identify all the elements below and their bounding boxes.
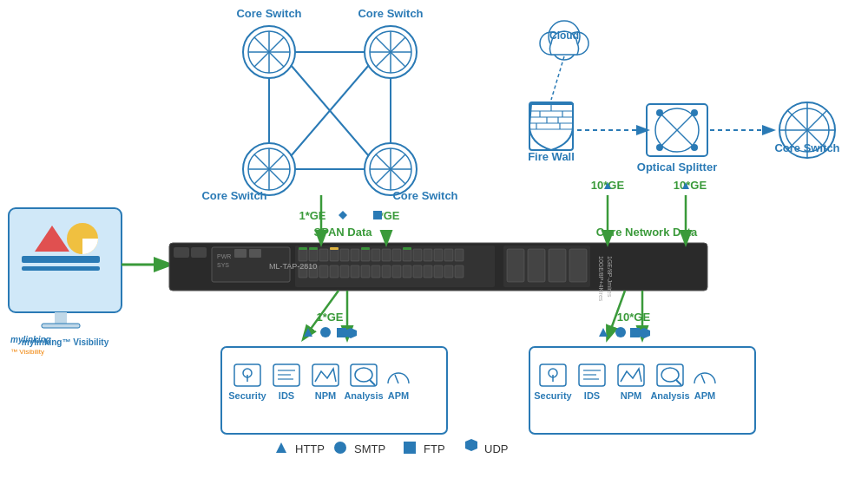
svg-rect-37 [319, 265, 328, 278]
svg-rect-23 [340, 249, 349, 261]
svg-rect-34 [455, 249, 464, 261]
svg-point-124 [691, 144, 698, 151]
core-switch-label-tl: Core Switch [236, 7, 301, 20]
svg-point-121 [656, 109, 663, 116]
svg-rect-53 [330, 247, 339, 250]
svg-rect-17 [249, 249, 261, 258]
svg-text:NPM: NPM [621, 390, 641, 401]
svg-text:Security: Security [228, 390, 266, 401]
svg-text:Cloud: Cloud [549, 29, 579, 42]
svg-rect-40 [351, 265, 359, 278]
svg-rect-28 [392, 249, 401, 261]
svg-text:Security: Security [534, 390, 572, 401]
svg-rect-39 [340, 265, 349, 278]
svg-rect-52 [309, 247, 318, 250]
svg-rect-20 [309, 249, 318, 261]
svg-rect-32 [434, 249, 443, 261]
svg-rect-60 [569, 249, 587, 282]
svg-rect-4 [22, 256, 100, 263]
svg-rect-47 [424, 265, 432, 278]
svg-rect-45 [403, 265, 411, 278]
svg-rect-38 [330, 265, 339, 278]
svg-rect-50 [455, 265, 464, 278]
svg-rect-58 [528, 249, 545, 282]
svg-text:FTP: FTP [424, 442, 445, 455]
svg-point-186 [334, 442, 346, 454]
svg-rect-19 [299, 249, 307, 261]
network-diagram: mylinking™ Visibility PWR SYS [0, 0, 868, 478]
core-switch-label-bl: Core Switch [201, 189, 266, 202]
core-switch-label-br: Core Switch [392, 189, 457, 202]
svg-text:HTTP: HTTP [295, 442, 325, 455]
svg-rect-44 [392, 265, 401, 278]
svg-rect-41 [361, 265, 370, 278]
svg-text:ML-TAP-2810: ML-TAP-2810 [269, 262, 317, 271]
core-network-data-label: Core Network Data [596, 226, 698, 239]
svg-rect-21 [319, 249, 328, 261]
firewall-label: Fire Wall [528, 150, 575, 163]
svg-rect-11 [174, 247, 189, 258]
span-data-label: SPAN Data [314, 226, 373, 239]
svg-rect-95 [373, 211, 382, 219]
svg-text:™ Visibility: ™ Visibility [10, 348, 44, 356]
svg-rect-12 [191, 247, 207, 258]
svg-rect-25 [361, 249, 370, 261]
svg-text:10GE/8P+4Kires: 10GE/8P+4Kires [598, 256, 604, 302]
svg-rect-7 [42, 324, 80, 328]
svg-rect-29 [403, 249, 411, 261]
svg-rect-188 [404, 442, 416, 454]
svg-rect-5 [22, 266, 100, 271]
svg-rect-59 [549, 249, 566, 282]
ge-output-10-label: 10*GE [617, 311, 651, 324]
svg-text:Analysis: Analysis [650, 390, 689, 401]
svg-rect-57 [507, 249, 524, 282]
svg-text:NPM: NPM [315, 390, 336, 401]
svg-text:mylinking: mylinking [10, 335, 51, 344]
svg-rect-51 [299, 247, 307, 250]
svg-rect-33 [444, 249, 453, 261]
core-switch-label-tr: Core Switch [358, 7, 423, 20]
svg-point-122 [691, 109, 698, 116]
svg-text:SYS: SYS [217, 262, 229, 268]
svg-rect-26 [372, 249, 380, 261]
svg-text:PWR: PWR [217, 253, 231, 259]
svg-rect-42 [372, 265, 380, 278]
svg-rect-49 [444, 265, 453, 278]
svg-text:UDP: UDP [484, 442, 508, 455]
svg-text:Analysis: Analysis [344, 390, 383, 401]
svg-rect-55 [403, 247, 411, 250]
svg-point-123 [656, 144, 663, 151]
svg-rect-0 [0, 0, 868, 478]
svg-rect-54 [361, 247, 370, 250]
svg-rect-31 [424, 249, 432, 261]
svg-rect-16 [234, 249, 247, 258]
ge-output-1-label: 1*GE [316, 311, 343, 324]
svg-text:SMTP: SMTP [354, 442, 385, 455]
svg-text:APM: APM [388, 390, 409, 401]
svg-rect-43 [382, 265, 391, 278]
svg-rect-48 [434, 265, 443, 278]
svg-point-141 [320, 327, 331, 337]
svg-point-145 [615, 327, 626, 337]
optical-splitter-label: Optical Splitter [637, 160, 717, 174]
svg-text:APM: APM [694, 390, 715, 401]
svg-rect-46 [413, 265, 422, 278]
svg-rect-30 [413, 249, 422, 261]
svg-text:1GE/8P-Jmires: 1GE/8P-Jmires [607, 256, 613, 298]
core-switch-right-label: Core Switch [774, 141, 839, 154]
ge-10-label-right: 10*GE [674, 179, 707, 192]
svg-rect-27 [382, 249, 391, 261]
svg-rect-24 [351, 249, 359, 261]
svg-text:IDS: IDS [279, 390, 294, 401]
svg-text:IDS: IDS [584, 390, 600, 401]
svg-rect-22 [330, 249, 339, 261]
